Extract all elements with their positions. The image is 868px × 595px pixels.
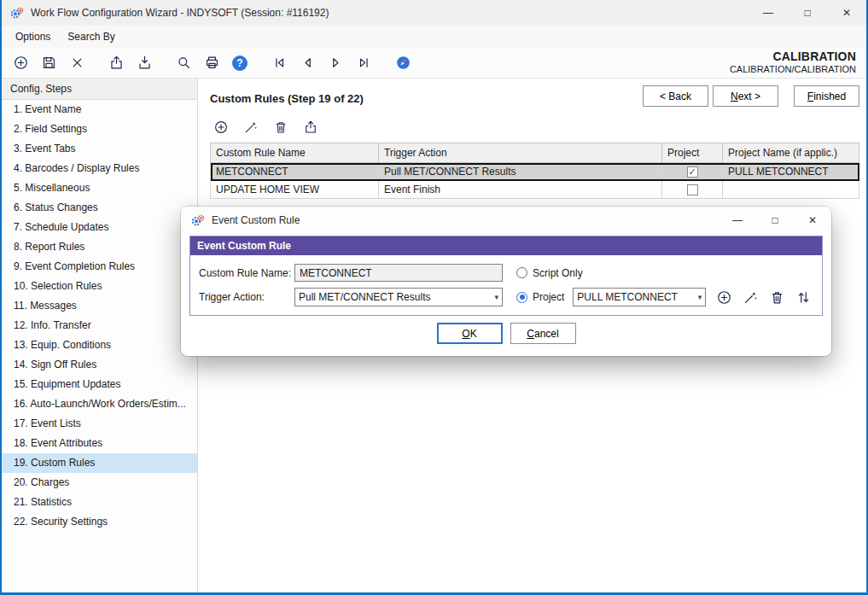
- toolbar-search-button[interactable]: [173, 53, 194, 73]
- cancel-button[interactable]: Cancel: [510, 323, 576, 344]
- config-step-13[interactable]: 13. Equip. Conditions: [2, 335, 197, 355]
- custom-rule-name-input[interactable]: [294, 264, 503, 282]
- config-step-7[interactable]: 7. Schedule Updates: [2, 218, 197, 237]
- export-icon: [303, 120, 318, 135]
- col-header-custom-rule-name[interactable]: Custom Rule Name: [211, 143, 379, 163]
- toolbar-export-button[interactable]: [106, 53, 126, 73]
- minimize-button[interactable]: —: [749, 0, 788, 26]
- toolbar-add-button[interactable]: [10, 53, 31, 73]
- cell-custom-rule-name[interactable]: METCONNECT: [211, 163, 379, 181]
- reorder-button[interactable]: [794, 288, 813, 306]
- project-actions: [714, 288, 813, 306]
- cell-project-name[interactable]: PULL METCONNECT: [723, 163, 859, 181]
- close-button[interactable]: ✕: [827, 0, 866, 26]
- config-step-9[interactable]: 9. Event Completion Rules: [2, 257, 197, 277]
- circle-plus-icon: [213, 120, 229, 135]
- dialog-titlebar: Event Custom Rule — □ ✕: [181, 207, 831, 234]
- config-step-4[interactable]: 4. Barcodes / Display Rules: [2, 159, 197, 178]
- config-step-14[interactable]: 14. Sign Off Rules: [2, 355, 197, 375]
- edit-project-button[interactable]: [741, 288, 760, 306]
- config-step-3[interactable]: 3. Event Tabs: [2, 139, 197, 159]
- program-subtitle: CALIBRATION/CALIBRATION: [730, 64, 856, 76]
- button-spacer: [783, 85, 789, 107]
- custom-rules-table: Custom Rule Name Trigger Action Project …: [210, 143, 859, 199]
- config-step-20[interactable]: 20. Charges: [2, 473, 197, 493]
- trigger-action-row: Trigger Action: Pull MET/CONNECT Results…: [199, 288, 813, 306]
- config-step-11[interactable]: 11. Messages: [2, 296, 197, 316]
- dialog-maximize-button[interactable]: □: [756, 207, 794, 234]
- delete-project-button[interactable]: [767, 288, 786, 306]
- config-step-22[interactable]: 22. Security Settings: [2, 512, 197, 532]
- col-header-project-name[interactable]: Project Name (if applic.): [723, 143, 859, 163]
- toolbar-next-record-button[interactable]: [325, 53, 346, 73]
- app-logo-icon: [10, 6, 24, 20]
- cell-project-name[interactable]: [723, 181, 859, 199]
- edit-rule-button[interactable]: [242, 118, 260, 137]
- config-step-12[interactable]: 12. Info. Transfer: [2, 316, 197, 335]
- config-step-2[interactable]: 2. Field Settings: [2, 120, 197, 139]
- export-rules-button[interactable]: [301, 118, 320, 137]
- config-step-16[interactable]: 16. Auto-Launch/Work Orders/Estim...: [2, 394, 197, 414]
- table-row[interactable]: METCONNECT Pull MET/CONNECT Results ✓ PU…: [211, 163, 859, 181]
- project-name-dropdown[interactable]: PULL METCONNECT: [573, 288, 706, 306]
- maximize-button[interactable]: □: [788, 0, 827, 26]
- config-step-15[interactable]: 15. Equipment Updates: [2, 375, 197, 394]
- table-row[interactable]: UPDATE HOME VIEW Event Finish: [211, 181, 859, 199]
- window-title: Work Flow Configuration Wizard - INDYSOF…: [31, 7, 329, 19]
- config-step-1[interactable]: 1. Event Name: [2, 100, 197, 120]
- toolbar-save-button[interactable]: [38, 53, 59, 73]
- next-record-icon: [328, 55, 344, 71]
- config-step-19[interactable]: 19. Custom Rules: [2, 453, 197, 473]
- circle-plus-icon: [716, 289, 732, 306]
- toolbar-import-button[interactable]: [134, 53, 154, 73]
- window-controls: — □ ✕: [749, 0, 866, 26]
- next-button[interactable]: Next >: [713, 85, 778, 107]
- cell-project[interactable]: ✓: [662, 163, 723, 181]
- script-only-radio[interactable]: [516, 267, 527, 278]
- project-checkbox[interactable]: [687, 184, 698, 195]
- dialog-title: Event Custom Rule: [212, 214, 300, 226]
- trigger-action-value: Pull MET/CONNECT Results: [299, 291, 491, 303]
- project-checkbox[interactable]: ✓: [687, 166, 698, 178]
- add-rule-button[interactable]: [212, 118, 230, 137]
- dialog-close-button[interactable]: ✕: [794, 207, 831, 234]
- config-step-8[interactable]: 8. Report Rules: [2, 237, 197, 257]
- toolbar-first-record-button[interactable]: [269, 53, 289, 73]
- toolbar-delete-button[interactable]: [67, 53, 87, 73]
- cell-project[interactable]: [662, 181, 723, 199]
- config-step-10[interactable]: 10. Selection Rules: [2, 277, 197, 296]
- add-project-button[interactable]: [714, 288, 733, 306]
- col-header-trigger-action[interactable]: Trigger Action: [379, 143, 662, 163]
- event-custom-rule-dialog: Event Custom Rule — □ ✕ Event Custom Rul…: [181, 207, 831, 356]
- project-radio[interactable]: [516, 292, 527, 303]
- ok-button[interactable]: OK: [437, 323, 503, 344]
- finished-button[interactable]: Finished: [794, 85, 859, 107]
- cell-custom-rule-name[interactable]: UPDATE HOME VIEW: [211, 181, 379, 199]
- trigger-action-dropdown[interactable]: Pull MET/CONNECT Results: [294, 288, 503, 306]
- toolbar-print-button[interactable]: [201, 53, 222, 73]
- toolbar-help-button[interactable]: [230, 53, 250, 73]
- col-header-project[interactable]: Project: [662, 143, 723, 163]
- toolbar-compass-button[interactable]: [393, 53, 413, 73]
- cell-trigger-action[interactable]: Event Finish: [379, 181, 662, 199]
- toolbar-last-record-button[interactable]: [353, 53, 374, 73]
- back-button[interactable]: < Back: [643, 85, 708, 107]
- previous-record-icon: [300, 55, 316, 71]
- config-step-18[interactable]: 18. Event Attributes: [2, 434, 197, 453]
- delete-rule-button[interactable]: [271, 118, 290, 137]
- rules-toolbar: [212, 118, 859, 137]
- menubar: Options Search By: [2, 26, 866, 48]
- dialog-buttons: OK Cancel: [181, 316, 831, 356]
- toolbar-previous-record-button[interactable]: [297, 53, 317, 73]
- dialog-minimize-button[interactable]: —: [719, 207, 756, 234]
- program-title: CALIBRATION: [730, 50, 856, 65]
- config-step-5[interactable]: 5. Miscellaneous: [2, 178, 197, 198]
- cell-trigger-action[interactable]: Pull MET/CONNECT Results: [379, 163, 662, 181]
- menu-options[interactable]: Options: [7, 27, 59, 46]
- config-step-17[interactable]: 17. Event Lists: [2, 414, 197, 434]
- config-step-21[interactable]: 21. Statistics: [2, 493, 197, 512]
- menu-search-by[interactable]: Search By: [59, 27, 123, 46]
- config-step-6[interactable]: 6. Status Changes: [2, 198, 197, 218]
- app-logo-icon: [191, 213, 205, 227]
- first-record-icon: [271, 55, 288, 71]
